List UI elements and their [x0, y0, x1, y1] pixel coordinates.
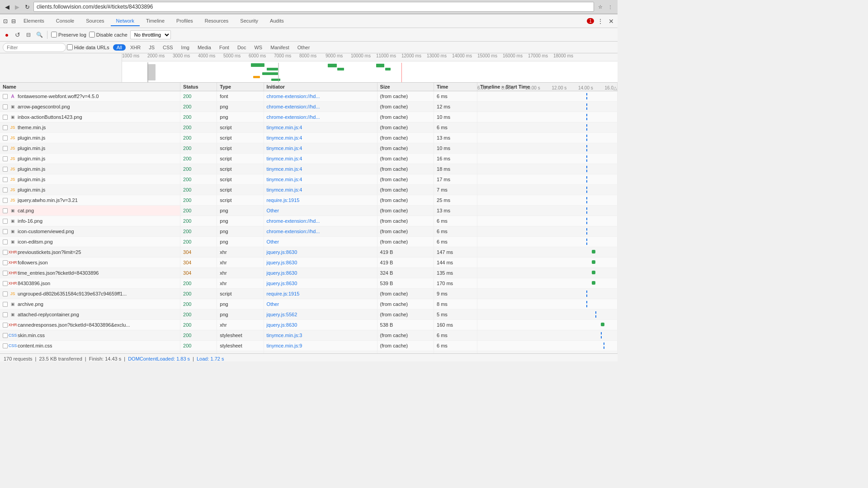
filter-js[interactable]: JS — [145, 44, 158, 51]
cell-initiator[interactable]: tinymce.min.js:4 — [264, 133, 377, 143]
cell-initiator[interactable]: chrome-extension://hd... — [264, 102, 377, 112]
disable-cache-label[interactable]: Disable cache — [89, 32, 127, 38]
col-header-initiator[interactable]: Initiator — [264, 83, 377, 91]
cell-name[interactable]: JS plugin.min.js — [0, 143, 180, 154]
table-row[interactable]: JS jquery.atwho.min.js?v=3.21 200 script… — [0, 195, 618, 206]
row-checkbox[interactable] — [3, 94, 8, 99]
cell-initiator[interactable]: require.js:1915 — [264, 195, 377, 206]
cell-initiator[interactable]: tinymce.min.js:3 — [264, 330, 377, 341]
cell-name[interactable]: JS plugin.min.js — [0, 174, 180, 185]
filter-media[interactable]: Media — [194, 44, 215, 51]
table-row[interactable]: CSS skin.min.css 200 stylesheet tinymce.… — [0, 330, 618, 341]
table-row[interactable]: JS plugin.min.js 200 script tinymce.min.… — [0, 164, 618, 174]
cell-initiator[interactable]: tinymce.min.js:4 — [264, 174, 377, 185]
row-checkbox[interactable] — [3, 343, 8, 348]
hide-data-urls-label[interactable]: Hide data URLs — [67, 44, 109, 50]
filter-all[interactable]: All — [113, 44, 126, 51]
table-row[interactable]: XHR time_entries.json?ticketId=84303896 … — [0, 268, 618, 278]
filter-toggle-button[interactable]: ⊟ — [24, 31, 33, 39]
row-checkbox[interactable] — [3, 177, 8, 182]
cell-name[interactable]: CSS skin.min.css — [0, 330, 180, 341]
cell-initiator[interactable]: Other — [264, 237, 377, 247]
preserve-log-checkbox[interactable] — [51, 32, 57, 38]
cell-name[interactable]: ▣ info-16.png — [0, 216, 180, 226]
devtools-undock-icon[interactable]: ⊟ — [10, 18, 17, 25]
filter-css[interactable]: CSS — [159, 44, 177, 51]
cell-initiator[interactable]: jquery.js:8630 — [264, 278, 377, 289]
cell-name[interactable]: XHR cannedresponses.json?ticketId=843038… — [0, 320, 180, 330]
tab-timeline[interactable]: Timeline — [141, 16, 170, 26]
record-button[interactable]: ● — [3, 31, 11, 39]
col-header-time[interactable]: Time — [434, 83, 477, 91]
address-bar[interactable] — [33, 2, 594, 12]
hide-data-urls-checkbox[interactable] — [67, 44, 73, 50]
cell-name[interactable]: JS plugin.min.js — [0, 185, 180, 195]
tab-security[interactable]: Security — [235, 16, 264, 26]
cell-name[interactable]: XHR previoustickets.json?limit=25 — [0, 247, 180, 258]
row-checkbox[interactable] — [3, 156, 8, 161]
cell-name[interactable]: JS plugin.min.js — [0, 154, 180, 164]
table-row[interactable]: XHR previoustickets.json?limit=25 304 xh… — [0, 247, 618, 258]
cell-initiator[interactable]: chrome-extension://hd... — [264, 91, 377, 102]
row-checkbox[interactable] — [3, 312, 8, 317]
row-checkbox[interactable] — [3, 333, 8, 338]
table-row[interactable]: ▣ icon-customerviewed.png 200 png chrome… — [0, 226, 618, 237]
row-checkbox[interactable] — [3, 136, 8, 141]
cell-initiator[interactable]: require.js:1915 — [264, 289, 377, 299]
tab-profiles[interactable]: Profiles — [171, 16, 198, 26]
cell-name[interactable]: XHR 84303896.json — [0, 278, 180, 289]
cell-name[interactable]: JS theme.min.js — [0, 122, 180, 133]
cell-name[interactable]: XHR followers.json — [0, 258, 180, 268]
cell-name[interactable]: JS plugin.min.js — [0, 164, 180, 174]
cell-name[interactable]: ▣ icon-editsm.png — [0, 237, 180, 247]
table-row[interactable]: JS theme.min.js 200 script tinymce.min.j… — [0, 122, 618, 133]
filter-ws[interactable]: WS — [250, 44, 266, 51]
row-checkbox[interactable] — [3, 146, 8, 151]
cell-initiator[interactable]: Other — [264, 299, 377, 310]
col-header-name[interactable]: Name — [0, 83, 180, 91]
row-checkbox[interactable] — [3, 281, 8, 286]
row-checkbox[interactable] — [3, 167, 8, 172]
table-row[interactable]: ▣ attached-replycontainer.png 200 png jq… — [0, 310, 618, 320]
disable-cache-checkbox[interactable] — [89, 32, 95, 38]
preserve-log-label[interactable]: Preserve log — [51, 32, 86, 38]
cell-initiator[interactable]: tinymce.min.js:4 — [264, 185, 377, 195]
table-row[interactable]: XHR followers.json 304 xhr jquery.js:863… — [0, 258, 618, 268]
cell-name[interactable]: JS ungrouped-d802b6351584c9139e637c94659… — [0, 289, 180, 299]
table-row[interactable]: CSS content.min.css 200 stylesheet tinym… — [0, 341, 618, 351]
cell-name[interactable]: A fontawesome-webfont.woff2?v=4.5.0 — [0, 91, 180, 102]
row-checkbox[interactable] — [3, 104, 8, 109]
table-row[interactable]: ▣ arrow-pagescontrol.png 200 png chrome-… — [0, 102, 618, 112]
clear-button[interactable]: ↺ — [14, 31, 22, 39]
cell-name[interactable]: ▣ cat.png — [0, 206, 180, 216]
row-checkbox[interactable] — [3, 115, 8, 120]
cell-initiator[interactable]: jquery.js:8630 — [264, 320, 377, 330]
forward-icon[interactable]: ▶ — [14, 3, 21, 10]
row-checkbox[interactable] — [3, 198, 8, 203]
cell-name[interactable]: CSS content.min.css — [0, 341, 180, 351]
col-header-type[interactable]: Type — [217, 83, 264, 91]
cell-initiator[interactable]: jquery.js:8630 — [264, 268, 377, 278]
cell-name[interactable]: XHR time_entries.json?ticketId=84303896 — [0, 268, 180, 278]
cell-name[interactable]: ▣ arrow-pagescontrol.png — [0, 102, 180, 112]
filter-xhr[interactable]: XHR — [127, 44, 144, 51]
cell-name[interactable]: ▣ icon-customerviewed.png — [0, 226, 180, 237]
cell-initiator[interactable]: chrome-extension://hd... — [264, 216, 377, 226]
back-icon[interactable]: ◀ — [4, 3, 11, 10]
cell-initiator[interactable]: jquery.js:8630 — [264, 258, 377, 268]
table-row[interactable]: ▣ info-16.png 200 png chrome-extension:/… — [0, 216, 618, 226]
cell-initiator[interactable]: jquery.js:8630 — [264, 247, 377, 258]
cell-initiator[interactable]: chrome-extension://hd... — [264, 112, 377, 122]
filter-manifest[interactable]: Manifest — [267, 44, 293, 51]
cell-initiator[interactable]: jquery.js:8630 — [264, 351, 377, 354]
cell-name[interactable]: XHR cannedresponses.json?ticketId=843038… — [0, 351, 180, 354]
table-row[interactable]: JS plugin.min.js 200 script tinymce.min.… — [0, 133, 618, 143]
row-checkbox[interactable] — [3, 250, 8, 255]
devtools-dock-icon[interactable]: ⊡ — [2, 18, 9, 25]
devtools-close-icon[interactable]: ✕ — [607, 17, 616, 26]
table-row[interactable]: ▣ cat.png 200 png Other (from cache) 13 … — [0, 206, 618, 216]
filter-font[interactable]: Font — [216, 44, 233, 51]
row-checkbox[interactable] — [3, 239, 8, 244]
cell-name[interactable]: JS plugin.min.js — [0, 133, 180, 143]
table-row[interactable]: A fontawesome-webfont.woff2?v=4.5.0 200 … — [0, 91, 618, 102]
